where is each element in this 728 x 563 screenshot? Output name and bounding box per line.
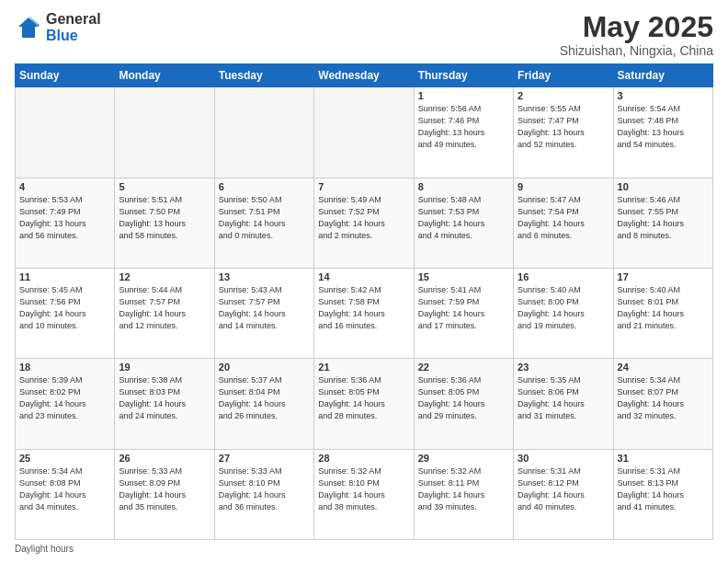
calendar-cell: 5Sunrise: 5:51 AM Sunset: 7:50 PM Daylig…	[115, 178, 214, 268]
calendar-cell: 6Sunrise: 5:50 AM Sunset: 7:51 PM Daylig…	[214, 178, 313, 268]
calendar-cell: 17Sunrise: 5:40 AM Sunset: 8:01 PM Dayli…	[613, 268, 712, 358]
day-number: 3	[618, 90, 709, 101]
day-info: Sunrise: 5:31 AM Sunset: 8:13 PM Dayligh…	[618, 465, 709, 513]
calendar-cell: 8Sunrise: 5:48 AM Sunset: 7:53 PM Daylig…	[414, 178, 513, 268]
day-number: 22	[418, 362, 509, 373]
calendar-cell: 2Sunrise: 5:55 AM Sunset: 7:47 PM Daylig…	[514, 87, 613, 178]
col-header-friday: Friday	[514, 64, 613, 87]
day-number: 13	[219, 271, 310, 282]
page: General Blue May 2025 Shizuishan, Ningxi…	[0, 0, 728, 563]
calendar-cell: 1Sunrise: 5:56 AM Sunset: 7:46 PM Daylig…	[414, 87, 513, 178]
calendar-cell: 16Sunrise: 5:40 AM Sunset: 8:00 PM Dayli…	[514, 268, 613, 358]
calendar-header-row: SundayMondayTuesdayWednesdayThursdayFrid…	[16, 64, 713, 87]
day-info: Sunrise: 5:46 AM Sunset: 7:55 PM Dayligh…	[618, 194, 709, 242]
day-number: 29	[418, 453, 509, 464]
calendar-cell: 14Sunrise: 5:42 AM Sunset: 7:58 PM Dayli…	[314, 268, 414, 358]
logo-text: General Blue	[46, 11, 101, 43]
calendar-cell: 4Sunrise: 5:53 AM Sunset: 7:49 PM Daylig…	[16, 178, 115, 268]
logo-general-text: General	[46, 11, 101, 28]
calendar-cell: 25Sunrise: 5:34 AM Sunset: 8:08 PM Dayli…	[16, 449, 115, 539]
day-info: Sunrise: 5:43 AM Sunset: 7:57 PM Dayligh…	[219, 284, 310, 332]
day-number: 11	[19, 271, 110, 282]
day-info: Sunrise: 5:56 AM Sunset: 7:46 PM Dayligh…	[418, 103, 509, 151]
day-info: Sunrise: 5:32 AM Sunset: 8:10 PM Dayligh…	[318, 465, 409, 513]
day-info: Sunrise: 5:34 AM Sunset: 8:07 PM Dayligh…	[618, 374, 709, 422]
day-info: Sunrise: 5:40 AM Sunset: 8:00 PM Dayligh…	[518, 284, 609, 332]
day-info: Sunrise: 5:45 AM Sunset: 7:56 PM Dayligh…	[19, 284, 110, 332]
logo-blue-text: Blue	[46, 28, 101, 44]
day-number: 20	[219, 362, 310, 373]
col-header-thursday: Thursday	[414, 64, 513, 87]
day-info: Sunrise: 5:32 AM Sunset: 8:11 PM Dayligh…	[418, 465, 509, 513]
day-number: 19	[119, 362, 210, 373]
day-info: Sunrise: 5:39 AM Sunset: 8:02 PM Dayligh…	[19, 374, 110, 422]
day-info: Sunrise: 5:33 AM Sunset: 8:10 PM Dayligh…	[219, 465, 310, 513]
day-number: 10	[618, 181, 709, 192]
day-info: Sunrise: 5:47 AM Sunset: 7:54 PM Dayligh…	[518, 194, 609, 242]
calendar-cell: 13Sunrise: 5:43 AM Sunset: 7:57 PM Dayli…	[214, 268, 313, 358]
day-number: 2	[518, 90, 609, 101]
calendar-cell: 18Sunrise: 5:39 AM Sunset: 8:02 PM Dayli…	[16, 359, 115, 449]
title-block: May 2025 Shizuishan, Ningxia, China	[560, 11, 713, 58]
day-info: Sunrise: 5:41 AM Sunset: 7:59 PM Dayligh…	[418, 284, 509, 332]
day-info: Sunrise: 5:48 AM Sunset: 7:53 PM Dayligh…	[418, 194, 509, 242]
day-info: Sunrise: 5:35 AM Sunset: 8:06 PM Dayligh…	[518, 374, 609, 422]
day-info: Sunrise: 5:44 AM Sunset: 7:57 PM Dayligh…	[119, 284, 210, 332]
col-header-tuesday: Tuesday	[214, 64, 313, 87]
day-info: Sunrise: 5:42 AM Sunset: 7:58 PM Dayligh…	[318, 284, 409, 332]
calendar-cell: 27Sunrise: 5:33 AM Sunset: 8:10 PM Dayli…	[214, 449, 313, 539]
col-header-wednesday: Wednesday	[314, 64, 414, 87]
calendar-cell: 20Sunrise: 5:37 AM Sunset: 8:04 PM Dayli…	[214, 359, 313, 449]
calendar-cell: 11Sunrise: 5:45 AM Sunset: 7:56 PM Dayli…	[16, 268, 115, 358]
day-number: 12	[119, 271, 210, 282]
day-info: Sunrise: 5:36 AM Sunset: 8:05 PM Dayligh…	[418, 374, 509, 422]
calendar-table: SundayMondayTuesdayWednesdayThursdayFrid…	[15, 63, 713, 540]
header: General Blue May 2025 Shizuishan, Ningxi…	[15, 11, 713, 58]
day-number: 25	[19, 453, 110, 464]
col-header-sunday: Sunday	[16, 64, 115, 87]
calendar-week-3: 11Sunrise: 5:45 AM Sunset: 7:56 PM Dayli…	[16, 268, 713, 358]
day-info: Sunrise: 5:36 AM Sunset: 8:05 PM Dayligh…	[318, 374, 409, 422]
calendar-cell: 21Sunrise: 5:36 AM Sunset: 8:05 PM Dayli…	[314, 359, 414, 449]
day-info: Sunrise: 5:49 AM Sunset: 7:52 PM Dayligh…	[318, 194, 409, 242]
location: Shizuishan, Ningxia, China	[560, 43, 713, 58]
day-number: 30	[518, 453, 609, 464]
calendar-cell	[16, 87, 115, 178]
calendar-cell: 10Sunrise: 5:46 AM Sunset: 7:55 PM Dayli…	[613, 178, 712, 268]
month-title: May 2025	[560, 11, 713, 43]
day-number: 8	[418, 181, 509, 192]
day-number: 5	[119, 181, 210, 192]
day-info: Sunrise: 5:34 AM Sunset: 8:08 PM Dayligh…	[19, 465, 110, 513]
calendar-cell: 7Sunrise: 5:49 AM Sunset: 7:52 PM Daylig…	[314, 178, 414, 268]
calendar-cell: 22Sunrise: 5:36 AM Sunset: 8:05 PM Dayli…	[414, 359, 513, 449]
day-info: Sunrise: 5:38 AM Sunset: 8:03 PM Dayligh…	[119, 374, 210, 422]
calendar-cell	[214, 87, 313, 178]
calendar-cell: 28Sunrise: 5:32 AM Sunset: 8:10 PM Dayli…	[314, 449, 414, 539]
col-header-saturday: Saturday	[613, 64, 712, 87]
day-number: 14	[318, 271, 409, 282]
calendar-cell: 26Sunrise: 5:33 AM Sunset: 8:09 PM Dayli…	[115, 449, 214, 539]
day-info: Sunrise: 5:31 AM Sunset: 8:12 PM Dayligh…	[518, 465, 609, 513]
calendar-cell	[314, 87, 414, 178]
logo: General Blue	[15, 11, 101, 43]
calendar-week-5: 25Sunrise: 5:34 AM Sunset: 8:08 PM Dayli…	[16, 449, 713, 539]
calendar-cell: 24Sunrise: 5:34 AM Sunset: 8:07 PM Dayli…	[613, 359, 712, 449]
day-number: 1	[418, 90, 509, 101]
day-number: 9	[518, 181, 609, 192]
calendar-cell: 9Sunrise: 5:47 AM Sunset: 7:54 PM Daylig…	[514, 178, 613, 268]
day-number: 18	[19, 362, 110, 373]
footer-note: Daylight hours	[15, 544, 713, 554]
day-number: 15	[418, 271, 509, 282]
day-number: 28	[318, 453, 409, 464]
day-number: 24	[618, 362, 709, 373]
day-info: Sunrise: 5:54 AM Sunset: 7:48 PM Dayligh…	[618, 103, 709, 151]
col-header-monday: Monday	[115, 64, 214, 87]
day-info: Sunrise: 5:50 AM Sunset: 7:51 PM Dayligh…	[219, 194, 310, 242]
day-info: Sunrise: 5:53 AM Sunset: 7:49 PM Dayligh…	[19, 194, 110, 242]
day-number: 16	[518, 271, 609, 282]
calendar-cell: 31Sunrise: 5:31 AM Sunset: 8:13 PM Dayli…	[613, 449, 712, 539]
day-number: 17	[618, 271, 709, 282]
day-number: 7	[318, 181, 409, 192]
logo-icon	[15, 14, 42, 41]
day-number: 31	[618, 453, 709, 464]
